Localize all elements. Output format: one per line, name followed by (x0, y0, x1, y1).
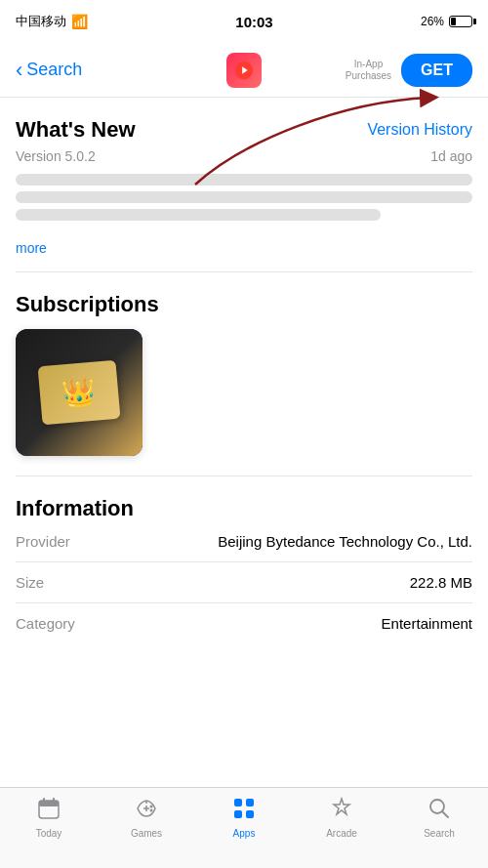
arcade-icon (329, 796, 354, 825)
info-value-provider: Beijing Bytedance Technology Co., Ltd. (218, 533, 472, 550)
wifi-icon: 📶 (71, 14, 88, 29)
svg-rect-3 (39, 801, 59, 806)
info-value-category: Entertainment (382, 615, 472, 632)
back-label: Search (26, 60, 82, 80)
version-number: Version 5.0.2 (16, 148, 96, 164)
battery-fill (451, 18, 456, 25)
info-row-category: Category Entertainment (16, 603, 472, 643)
tab-label-search: Search (424, 828, 455, 839)
back-button[interactable]: ‹ Search (16, 60, 82, 81)
status-bar: 中国移动 📶 10:03 26% (0, 0, 488, 43)
get-button[interactable]: GET (401, 54, 472, 87)
information-title: Information (16, 496, 134, 520)
more-link[interactable]: more (16, 240, 472, 256)
back-chevron-icon: ‹ (16, 60, 22, 81)
info-row-size: Size 222.8 MB (16, 562, 472, 603)
info-value-size: 222.8 MB (410, 574, 472, 591)
tab-bar: Today Games Apps (0, 787, 488, 868)
tab-label-today: Today (36, 828, 62, 839)
svg-rect-11 (246, 810, 254, 818)
svg-point-6 (150, 806, 153, 808)
nav-right: In-App Purchases GET (346, 54, 472, 87)
version-row: Version 5.0.2 1d ago (16, 148, 472, 164)
nav-center-icon (226, 53, 262, 88)
blurred-line-1 (16, 174, 472, 186)
information-section: Information Provider Beijing Bytedance T… (0, 476, 488, 643)
blurred-content (16, 174, 472, 221)
status-left: 中国移动 📶 (16, 13, 88, 30)
status-time: 10:03 (235, 14, 272, 30)
tab-label-arcade: Arcade (326, 828, 357, 839)
info-label-provider: Provider (16, 533, 70, 550)
battery-percent: 26% (421, 15, 444, 28)
subscription-card-content: 👑 (38, 360, 121, 426)
version-history-link[interactable]: Version History (367, 121, 472, 139)
content-area: What's New Version History Version 5.0.2… (0, 98, 488, 741)
status-right: 26% (421, 15, 472, 28)
tab-label-apps: Apps (233, 828, 256, 839)
tab-item-games[interactable]: Games (98, 796, 195, 839)
tab-item-arcade[interactable]: Arcade (293, 796, 390, 839)
tab-item-search[interactable]: Search (390, 796, 488, 839)
subscription-card[interactable]: 👑 (16, 329, 142, 456)
info-label-category: Category (16, 615, 75, 632)
search-icon (427, 796, 452, 825)
battery-icon (449, 16, 472, 27)
tab-item-today[interactable]: Today (0, 796, 98, 839)
tab-item-apps[interactable]: Apps (195, 796, 293, 839)
version-date: 1d ago (430, 148, 472, 164)
svg-point-7 (150, 809, 153, 812)
svg-line-13 (442, 811, 448, 817)
subscriptions-section: Subscriptions 👑 (0, 272, 488, 475)
page-wrapper: 中国移动 📶 10:03 26% ‹ Search In- (0, 0, 488, 741)
today-icon (36, 796, 61, 825)
nav-bar: ‹ Search In-App Purchases GET (0, 43, 488, 98)
svg-rect-9 (246, 799, 254, 806)
blurred-line-3 (16, 209, 381, 221)
svg-rect-10 (234, 810, 242, 818)
in-app-purchases-label: In-App Purchases (346, 59, 391, 82)
games-icon (134, 796, 159, 825)
tab-label-games: Games (131, 828, 162, 839)
subscription-card-inner: 👑 (16, 329, 142, 456)
carrier-text: 中国移动 (16, 13, 66, 30)
info-label-size: Size (16, 574, 44, 591)
svg-rect-8 (234, 799, 242, 806)
whats-new-title: What's New (16, 117, 136, 143)
subscriptions-title: Subscriptions (16, 292, 159, 316)
info-row-provider: Provider Beijing Bytedance Technology Co… (16, 521, 472, 562)
svg-rect-5 (53, 798, 55, 803)
whats-new-header: What's New Version History (16, 117, 472, 143)
apps-icon (231, 796, 257, 825)
whats-new-section: What's New Version History Version 5.0.2… (0, 98, 488, 256)
svg-rect-4 (43, 798, 45, 803)
app-icon (226, 53, 262, 88)
blurred-line-2 (16, 191, 472, 203)
